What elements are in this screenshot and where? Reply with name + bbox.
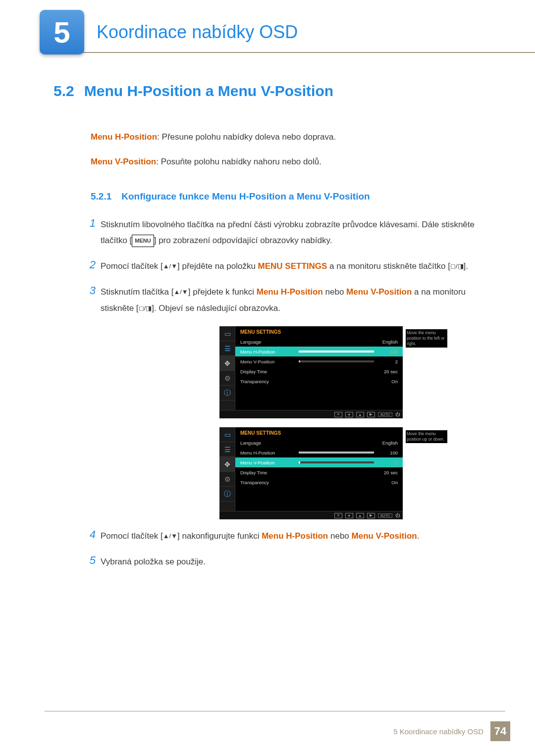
osd-row-displaytime: Display Time20 sec — [235, 467, 403, 477]
gear-icon: ⚙ — [219, 472, 235, 487]
page-footer: 5 Koordinace nabídky OSD 74 — [393, 721, 510, 741]
osd-row-hposition: Menu H-Position100 — [235, 448, 403, 457]
move-icon: ✥ — [219, 356, 235, 371]
step-1: 1 Stisknutím libovolného tlačítka na pře… — [81, 217, 490, 249]
move-icon: ✥ — [219, 457, 235, 472]
intro-h-label: Menu H-Position — [91, 132, 157, 142]
step-number: 5 — [81, 554, 101, 570]
intro-paragraphs: Menu H-Position: Přesune polohu nabídky … — [91, 129, 490, 170]
osd-sidebar: ▭ ☰ ✥ ⚙ ⓘ — [219, 326, 235, 410]
step-3: 3 Stisknutím tlačítka [▲/▼] přejdete k f… — [81, 284, 490, 316]
section-title: Menu H-Position a Menu V-Position — [84, 83, 333, 100]
enter-icon: ◻/◨ — [139, 304, 152, 312]
osd-screenshot-hposition: ▭ ☰ ✥ ⚙ ⓘ MENU SETTINGS LanguageEnglish … — [219, 326, 490, 418]
osd-row-language: LanguageEnglish — [235, 337, 403, 347]
down-arrow-icon: ▼ — [345, 412, 353, 417]
up-down-arrow-icon: ▲/▼ — [163, 532, 177, 540]
step-number: 2 — [81, 258, 101, 274]
subsection-number: 5.2.1 — [91, 191, 111, 202]
intro-h-text: : Přesune polohu nabídky doleva nebo dop… — [157, 132, 336, 142]
list-icon: ☰ — [219, 341, 235, 356]
info-icon: ⓘ — [219, 386, 235, 401]
up-down-arrow-icon: ▲/▼ — [163, 262, 177, 270]
footer-chapter-text: 5 Koordinace nabídky OSD — [393, 727, 483, 736]
osd-button-bar: ✕ ▼ ▲ ▶ AUTO ⏻ — [219, 410, 403, 418]
osd-row-hposition: Menu H-Position100 — [235, 347, 403, 356]
monitor-icon: ▭ — [219, 427, 235, 442]
osd-row-vposition: Menu V-Position2 — [235, 356, 403, 366]
osd-row-displaytime: Display Time20 sec — [235, 366, 403, 376]
osd-button-bar: ✕ ▼ ▲ ▶ AUTO ⏻ — [219, 511, 403, 519]
chapter-title: Koordinace nabídky OSD — [97, 22, 298, 43]
power-icon: ⏻ — [395, 412, 400, 417]
osd-row-language: LanguageEnglish — [235, 438, 403, 448]
osd-tooltip: Move the menu position up or down. — [406, 430, 447, 443]
step-5: 5 Vybraná položka se použije. — [81, 554, 490, 570]
osd-row-vposition: Menu V-Position2 — [235, 457, 403, 467]
menu-key-icon: MENU — [132, 235, 154, 247]
up-arrow-icon: ▲ — [356, 412, 364, 417]
page-number: 74 — [490, 721, 510, 741]
osd-title: MENU SETTINGS — [235, 427, 403, 438]
auto-button-label: AUTO — [378, 412, 392, 417]
step-4: 4 Pomocí tlačítek [▲/▼] nakonfigurujte f… — [81, 528, 490, 544]
auto-button-label: AUTO — [378, 513, 392, 518]
subsection-heading: 5.2.1 Konfigurace funkce Menu H-Position… — [91, 191, 490, 202]
power-icon: ⏻ — [395, 513, 400, 518]
intro-v-label: Menu V-Position — [91, 157, 156, 166]
right-arrow-icon: ▶ — [367, 513, 375, 518]
osd-row-transparency: TransparencyOn — [235, 376, 403, 386]
osd-tooltip: Move the menu position to the left or ri… — [406, 329, 447, 348]
chapter-header: 5 Koordinace nabídky OSD — [0, 0, 535, 54]
info-icon: ⓘ — [219, 487, 235, 502]
section-number: 5.2 — [54, 83, 74, 100]
down-arrow-icon: ▼ — [345, 513, 353, 518]
close-icon: ✕ — [334, 412, 342, 417]
footer-rule — [45, 711, 505, 711]
list-icon: ☰ — [219, 442, 235, 457]
section-heading: 5.2 Menu H-Position a Menu V-Position — [54, 83, 490, 100]
close-icon: ✕ — [334, 513, 342, 518]
intro-v-text: : Posuňte polohu nabídky nahoru nebo dol… — [156, 157, 321, 166]
up-down-arrow-icon: ▲/▼ — [173, 289, 188, 296]
enter-icon: ◻/◨ — [450, 262, 464, 270]
step-number: 1 — [81, 217, 101, 249]
osd-sidebar: ▭ ☰ ✥ ⚙ ⓘ — [219, 427, 235, 511]
osd-screenshot-vposition: ▭ ☰ ✥ ⚙ ⓘ MENU SETTINGS LanguageEnglish … — [219, 427, 490, 519]
gear-icon: ⚙ — [219, 371, 235, 386]
step-number: 3 — [81, 284, 101, 316]
subsection-title: Konfigurace funkce Menu H-Position a Men… — [121, 191, 370, 202]
chapter-number-badge: 5 — [40, 10, 84, 54]
step-2: 2 Pomocí tlačítek [▲/▼] přejděte na polo… — [81, 258, 490, 274]
monitor-icon: ▭ — [219, 326, 235, 341]
osd-row-transparency: TransparencyOn — [235, 477, 403, 487]
right-arrow-icon: ▶ — [367, 412, 375, 417]
up-arrow-icon: ▲ — [356, 513, 364, 518]
step-number: 4 — [81, 528, 101, 544]
osd-title: MENU SETTINGS — [235, 326, 403, 337]
